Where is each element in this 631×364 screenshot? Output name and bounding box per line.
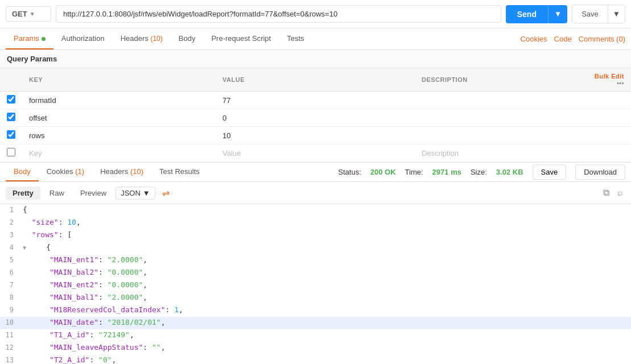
- method-value: GET: [12, 10, 27, 18]
- status-label: Status:: [338, 168, 361, 176]
- copy-icon[interactable]: ⧉: [601, 185, 612, 200]
- format-right-icons: ⧉ ⌕: [601, 185, 625, 200]
- json-dropdown-icon: ▼: [143, 189, 150, 197]
- key-cell[interactable]: Key: [29, 149, 42, 158]
- response-status-bar: Status: 200 OK Time: 2971 ms Size: 3.02 …: [338, 164, 625, 180]
- status-value: 200 OK: [370, 168, 396, 176]
- key-cell[interactable]: formatId: [29, 96, 56, 105]
- tab-prerequest[interactable]: Pre-request Script: [203, 28, 279, 49]
- params-dot: [42, 37, 46, 41]
- row-checkbox[interactable]: [7, 95, 15, 104]
- response-tab-headers[interactable]: Headers (10): [92, 163, 151, 181]
- save-button[interactable]: Save: [572, 5, 608, 23]
- send-button[interactable]: Send: [506, 5, 548, 23]
- response-section: Body Cookies (1) Headers (10) Test Resul…: [0, 162, 631, 364]
- json-format-select[interactable]: JSON ▼: [116, 187, 155, 200]
- value-cell[interactable]: 77: [222, 96, 230, 105]
- code-line: 9 "M18ReservedCol_dataIndex": 1,: [0, 304, 631, 317]
- tab-tests[interactable]: Tests: [279, 28, 312, 49]
- format-icon[interactable]: ⇌: [162, 188, 170, 198]
- col-key-header: KEY: [22, 68, 216, 92]
- row-checkbox[interactable]: [7, 113, 15, 121]
- pretty-button[interactable]: Pretty: [6, 187, 40, 200]
- bulk-edit-button[interactable]: Bulk Edit: [595, 73, 624, 80]
- send-button-group: Send ▼: [506, 5, 567, 23]
- tab-body[interactable]: Body: [171, 28, 204, 49]
- row-checkbox[interactable]: [7, 130, 15, 139]
- collapse-arrow-icon[interactable]: ▼: [23, 245, 26, 251]
- code-line: 5 "MAIN_ent1": "2.0000",: [0, 254, 631, 267]
- cookies-link[interactable]: Cookies: [521, 35, 547, 43]
- key-cell[interactable]: rows: [29, 131, 44, 140]
- value-cell[interactable]: 10: [222, 131, 230, 140]
- search-icon[interactable]: ⌕: [615, 185, 625, 200]
- code-line: 8 "MAIN_bal1": "2.0000",: [0, 292, 631, 304]
- send-dropdown-button[interactable]: ▼: [548, 5, 567, 23]
- response-tab-body[interactable]: Body: [6, 163, 39, 181]
- tab-headers[interactable]: Headers (10): [113, 28, 171, 49]
- time-label: Time:: [405, 168, 423, 176]
- code-line: 10 "MAIN_date": "2018/02/01",: [0, 317, 631, 329]
- raw-button[interactable]: Raw: [43, 187, 71, 200]
- code-line: 2 "size": 10,: [0, 217, 631, 229]
- url-input[interactable]: [56, 5, 501, 23]
- response-tab-cookies[interactable]: Cookies (1): [39, 163, 92, 181]
- format-row: Pretty Raw Preview JSON ▼ ⇌ ⧉ ⌕: [0, 182, 631, 204]
- code-link[interactable]: Code: [554, 35, 572, 43]
- response-tab-test-results[interactable]: Test Results: [151, 163, 208, 181]
- code-line: 3 "rows": [: [0, 229, 631, 242]
- time-value: 2971 ms: [432, 168, 461, 176]
- table-row: offset 0: [0, 109, 631, 127]
- preview-button[interactable]: Preview: [73, 187, 113, 200]
- save-dropdown-button[interactable]: ▼: [608, 5, 625, 23]
- code-line: 12 "MAIN_leaveAppStatus": "",: [0, 342, 631, 354]
- method-arrow-icon: ▼: [30, 11, 35, 17]
- table-row: Key Value Description: [0, 144, 631, 162]
- key-cell[interactable]: offset: [29, 114, 47, 122]
- tab-authorization[interactable]: Authorization: [53, 28, 113, 49]
- params-table: KEY VALUE DESCRIPTION Bulk Edit ••• form…: [0, 68, 631, 162]
- save-response-button[interactable]: Save: [533, 164, 567, 180]
- col-value-header: VALUE: [216, 68, 415, 92]
- download-button[interactable]: Download: [575, 164, 625, 180]
- code-line: 13 "T2_A_id": "0",: [0, 354, 631, 364]
- tabs-right-links: Cookies Code Comments (0): [521, 35, 625, 43]
- code-line: 7 "MAIN_ent2": "0.0000",: [0, 279, 631, 292]
- response-tabs-row: Body Cookies (1) Headers (10) Test Resul…: [0, 162, 631, 182]
- code-line: 11 "T1_A_id": "72149",: [0, 329, 631, 342]
- code-line: 1{: [0, 204, 631, 217]
- value-cell[interactable]: 0: [222, 114, 226, 122]
- code-area: 1{2 "size": 10,3 "rows": [4▼ {5 "MAIN_en…: [0, 204, 631, 364]
- desc-cell[interactable]: Description: [422, 149, 459, 158]
- main-tabs: Params Authorization Headers (10) Body P…: [0, 28, 631, 50]
- row-checkbox[interactable]: [7, 148, 15, 156]
- table-row: rows 10: [0, 127, 631, 144]
- code-line: 4▼ {: [0, 242, 631, 254]
- table-row: formatId 77: [0, 92, 631, 109]
- size-label: Size:: [471, 168, 487, 176]
- more-options-icon[interactable]: •••: [617, 80, 624, 86]
- code-line: 6 "MAIN_bal2": "0.0000",: [0, 267, 631, 279]
- url-bar: GET ▼ Send ▼ Save ▼: [0, 0, 631, 28]
- method-selector[interactable]: GET ▼: [6, 6, 51, 22]
- col-desc-header: DESCRIPTION: [415, 68, 585, 92]
- query-params-header: Query Params: [0, 50, 631, 68]
- tab-params[interactable]: Params: [6, 28, 53, 49]
- save-button-group: Save ▼: [572, 5, 625, 23]
- value-cell[interactable]: Value: [222, 149, 241, 158]
- size-value: 3.02 KB: [496, 168, 523, 176]
- comments-link[interactable]: Comments (0): [579, 35, 625, 43]
